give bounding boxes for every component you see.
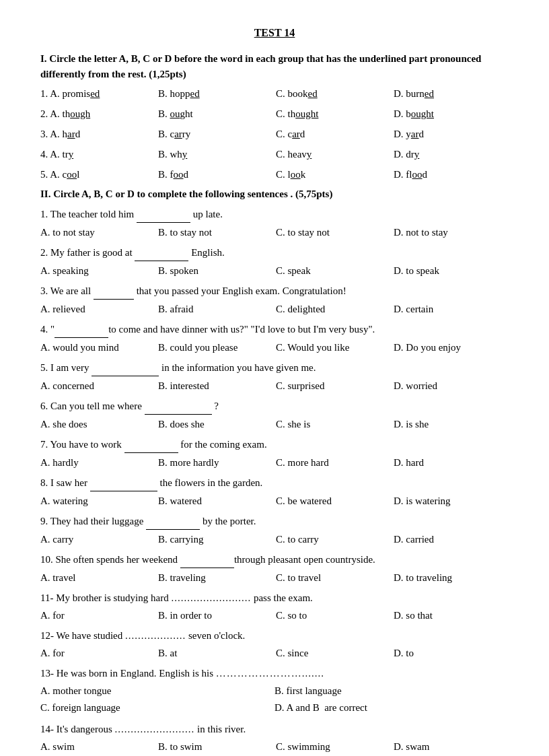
list-item: A. she does B. does she C. she is D. is …: [40, 416, 509, 432]
list-item: 11- My brother is studying hard ........…: [40, 590, 509, 606]
list-item: A. would you mind B. could you please C.…: [40, 339, 509, 355]
list-item: A. carry B. carrying C. to carry D. carr…: [40, 531, 509, 547]
list-item: 4. " to come and have dinner with us?" "…: [40, 321, 509, 338]
list-item: 1. A. promised B. hopped C. booked D. bu…: [40, 85, 509, 102]
page-title: TEST 14: [40, 27, 509, 39]
list-item: A. swim B. to swim C. swimming D. swam: [40, 738, 509, 755]
list-item: 5. I am very in the information you have…: [40, 359, 509, 376]
list-item: 2. My father is good at English.: [40, 244, 509, 261]
list-item: 4. A. try B. why C. heavy D. dry: [40, 146, 509, 162]
list-item: A. for B. in order to C. so to D. so tha…: [40, 607, 509, 623]
list-item: 12- We have studied ................... …: [40, 627, 509, 644]
list-item: A. speaking B. spoken C. speak D. to spe…: [40, 263, 509, 279]
list-item: A. mother tongue B. first language C. fo…: [40, 683, 509, 717]
list-item: A. to not stay B. to stay not C. to stay…: [40, 224, 509, 240]
section2-header: II. Circle A, B, C or D to complete the …: [40, 186, 509, 202]
section1-header: I. Circle the letter A, B, C or D before…: [40, 51, 509, 81]
list-item: A. relieved B. afraid C. delighted D. ce…: [40, 301, 509, 317]
list-item: A. watering B. watered C. be watered D. …: [40, 493, 509, 509]
list-item: 14- It's dangerous .....................…: [40, 721, 509, 737]
list-item: 6. Can you tell me where ?: [40, 398, 509, 415]
list-item: 1. The teacher told him up late.: [40, 206, 509, 223]
list-item: 3. We are all that you passed your Engli…: [40, 283, 509, 300]
list-item: 3. A. hard B. carry C. card D. yard: [40, 126, 509, 142]
list-item: 7. You have to work for the coming exam.: [40, 436, 509, 453]
list-item: 8. I saw her the flowers in the garden.: [40, 475, 509, 491]
list-item: 2. A. though B. ought C. thought D. boug…: [40, 106, 509, 122]
list-item: 10. She often spends her weekend through…: [40, 551, 509, 568]
list-item: A. for B. at C. since D. to: [40, 645, 509, 661]
list-item: A. travel B. traveling C. to travel D. t…: [40, 570, 509, 586]
list-item: A. concerned B. interested C. surprised …: [40, 378, 509, 394]
list-item: 13- He was born in England. English is h…: [40, 665, 509, 681]
list-item: 9. They had their luggage by the porter.: [40, 513, 509, 530]
list-item: 5. A. cool B. food C. look D. flood: [40, 166, 509, 182]
list-item: A. hardly B. more hardly C. more hard D.…: [40, 454, 509, 471]
